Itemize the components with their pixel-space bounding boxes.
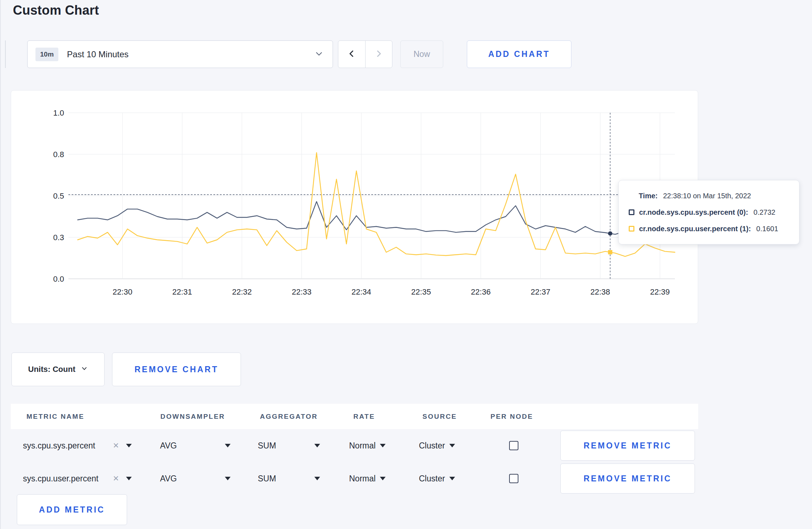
per-node-checkbox[interactable]: [509, 441, 518, 450]
metric-row: sys.cpu.sys.percent ✕ AVG SUM Normal Clu…: [11, 429, 698, 462]
svg-text:22:30: 22:30: [113, 287, 132, 296]
chevron-down-icon: [314, 477, 320, 480]
chevron-down-icon: [314, 444, 320, 447]
clear-metric-icon[interactable]: ✕: [113, 429, 119, 462]
downsampler-select[interactable]: AVG: [160, 429, 177, 462]
per-node-checkbox[interactable]: [509, 474, 518, 483]
remove-metric-button[interactable]: REMOVE METRIC: [560, 464, 695, 494]
remove-chart-button[interactable]: REMOVE CHART: [112, 353, 241, 386]
add-metric-button[interactable]: ADD METRIC: [17, 494, 127, 525]
svg-text:22:39: 22:39: [650, 287, 670, 296]
tooltip-time-value: 22:38:10 on Mar 15th, 2022: [663, 191, 751, 200]
aggregator-select[interactable]: SUM: [258, 429, 276, 462]
add-chart-button[interactable]: ADD CHART: [467, 40, 571, 68]
tooltip-series-value: 0.1601: [756, 224, 778, 233]
chart-tooltip: Time: 22:38:10 on Mar 15th, 2022 cr.node…: [618, 180, 799, 244]
time-window-nav: [338, 40, 392, 68]
rate-select[interactable]: Normal: [349, 462, 386, 495]
downsampler-select[interactable]: AVG: [160, 462, 177, 495]
svg-text:22:35: 22:35: [411, 287, 431, 296]
rate-select[interactable]: Normal: [349, 429, 386, 462]
now-button[interactable]: Now: [400, 40, 443, 68]
chevron-down-icon: [225, 444, 231, 447]
aggregator-select[interactable]: SUM: [258, 462, 276, 495]
units-select[interactable]: Units: Count: [11, 353, 105, 386]
chevron-left-icon: [347, 49, 356, 60]
col-header-source: SOURCE: [422, 404, 457, 429]
chart-card: 0.00.30.50.81.022:3022:3122:3222:3322:34…: [11, 90, 698, 324]
time-range-select[interactable]: 10m Past 10 Minutes: [27, 40, 333, 68]
source-value: Cluster: [419, 474, 445, 484]
rate-value: Normal: [349, 474, 376, 484]
svg-text:22:31: 22:31: [172, 287, 192, 296]
svg-text:0.3: 0.3: [53, 233, 64, 242]
user-percent-legend-swatch-icon: [629, 226, 634, 232]
tooltip-series-name: cr.node.sys.cpu.sys.percent (0):: [639, 208, 748, 217]
svg-text:0.8: 0.8: [53, 150, 64, 159]
tooltip-time-label: Time:: [639, 191, 658, 200]
custom-chart-page: Custom Chart 10m Past 10 Minutes Now ADD…: [0, 0, 812, 529]
metric-name-select[interactable]: sys.cpu.user.percent: [23, 462, 98, 495]
chevron-down-icon: [380, 444, 386, 447]
chevron-down-icon: [449, 444, 455, 447]
source-select[interactable]: Cluster: [419, 429, 455, 462]
cpu-percent-line-chart[interactable]: 0.00.30.50.81.022:3022:3122:3222:3322:34…: [11, 91, 699, 324]
remove-metric-button[interactable]: REMOVE METRIC: [560, 431, 695, 461]
svg-text:22:34: 22:34: [352, 287, 371, 296]
toolbar-divider: [5, 40, 6, 68]
chevron-down-icon: [81, 365, 88, 374]
prev-window-button[interactable]: [338, 41, 365, 68]
units-label: Units: Count: [28, 365, 76, 374]
page-title: Custom Chart: [13, 3, 99, 18]
tooltip-series-value: 0.2732: [754, 208, 775, 217]
chevron-down-icon: [315, 49, 323, 59]
col-header-aggregator: AGGREGATOR: [260, 404, 318, 429]
metrics-table-header: METRIC NAME DOWNSAMPLER AGGREGATOR RATE …: [11, 404, 698, 429]
col-header-rate: RATE: [353, 404, 375, 429]
svg-text:22:36: 22:36: [471, 287, 490, 296]
svg-text:0.0: 0.0: [53, 275, 64, 283]
chevron-down-icon: [126, 477, 132, 480]
tooltip-series-name: cr.node.sys.cpu.user.percent (1):: [639, 224, 751, 233]
chevron-right-icon: [374, 49, 383, 60]
col-header-metric-name: METRIC NAME: [26, 404, 84, 429]
chevron-down-icon: [380, 477, 386, 480]
svg-text:22:32: 22:32: [232, 287, 252, 296]
svg-text:22:37: 22:37: [531, 287, 550, 296]
svg-text:1.0: 1.0: [53, 108, 64, 117]
rate-value: Normal: [349, 441, 376, 451]
source-select[interactable]: Cluster: [419, 462, 455, 495]
time-range-label: Past 10 Minutes: [67, 49, 129, 59]
svg-text:22:38: 22:38: [590, 287, 610, 296]
chevron-down-icon: [449, 477, 455, 480]
chevron-down-icon: [126, 444, 132, 447]
next-window-button[interactable]: [365, 41, 392, 68]
col-header-per-node: PER NODE: [490, 404, 533, 429]
metric-row: sys.cpu.user.percent ✕ AVG SUM Normal Cl…: [11, 462, 698, 495]
page-left-rule: [0, 0, 1, 529]
sys-percent-legend-swatch-icon: [629, 209, 634, 215]
time-range-badge: 10m: [35, 48, 58, 61]
metric-name-select[interactable]: sys.cpu.sys.percent: [23, 429, 95, 462]
col-header-downsampler: DOWNSAMPLER: [160, 404, 225, 429]
clear-metric-icon[interactable]: ✕: [113, 462, 119, 495]
source-value: Cluster: [419, 441, 445, 451]
chevron-down-icon: [225, 477, 231, 480]
svg-text:22:33: 22:33: [292, 287, 311, 296]
svg-text:0.5: 0.5: [53, 191, 64, 200]
